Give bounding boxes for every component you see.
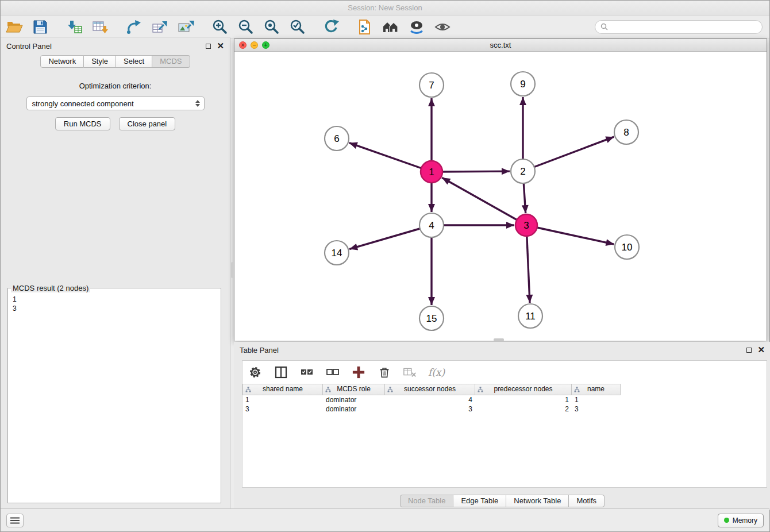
function-builder-button[interactable]: f(x)	[428, 367, 445, 378]
table-cell: 1	[242, 395, 323, 404]
menu-list-button[interactable]	[6, 514, 24, 527]
window-title: Session: New Session	[348, 3, 422, 12]
criterion-dropdown[interactable]: strongly connected component	[26, 97, 205, 110]
graph-edge-3-10[interactable]	[526, 225, 614, 244]
document-share-button[interactable]	[356, 18, 374, 36]
graph-node-1[interactable]: 1	[421, 161, 442, 183]
graph-edge-3-1[interactable]	[442, 178, 526, 225]
tab-style[interactable]: Style	[84, 55, 116, 68]
tab-select[interactable]: Select	[116, 55, 152, 68]
network-window-titlebar[interactable]: × – + scc.txt	[234, 39, 767, 52]
memory-button[interactable]: Memory	[718, 514, 764, 527]
tab-edge-table[interactable]: Edge Table	[453, 495, 506, 507]
refresh-button[interactable]	[322, 18, 340, 36]
tab-mcds[interactable]: MCDS	[152, 55, 190, 68]
graph-node-15[interactable]: 15	[419, 306, 444, 330]
column-header-name[interactable]: name	[572, 384, 621, 395]
show-columns-button[interactable]	[273, 364, 289, 380]
delete-table-button[interactable]	[402, 364, 418, 380]
zoom-fit-icon	[263, 18, 280, 36]
graph-edge-1-6[interactable]	[349, 143, 432, 172]
graph-edge-4-14[interactable]	[349, 225, 432, 249]
close-panel-button[interactable]: Close panel	[119, 117, 176, 130]
network-canvas[interactable]: 7968124314101511	[234, 52, 767, 341]
float-table-panel-icon[interactable]	[746, 348, 752, 353]
mcds-result-box: MCDS result (2 nodes) 13	[7, 284, 221, 503]
import-network-button[interactable]	[65, 18, 83, 36]
delete-column-button[interactable]	[376, 364, 392, 380]
table-header-row: shared nameMCDS rolesuccessor nodesprede…	[242, 384, 621, 395]
column-header-predecessor-nodes[interactable]: predecessor nodes	[475, 384, 572, 395]
maximize-window-icon[interactable]: +	[262, 41, 270, 49]
graph-node-3[interactable]: 3	[515, 214, 537, 236]
graph-node-14[interactable]: 14	[325, 241, 349, 265]
control-panel-header: Control Panel ✕	[1, 38, 230, 54]
export-table-icon	[151, 19, 168, 35]
network-graph[interactable]: 7968124314101511	[234, 52, 767, 340]
graph-node-label: 10	[622, 242, 633, 253]
export-image-button[interactable]	[176, 18, 195, 36]
horizontal-scrollbar[interactable]	[494, 338, 504, 341]
eye-button[interactable]	[433, 18, 452, 36]
graph-node-4[interactable]: 4	[419, 213, 444, 237]
graph-node-11[interactable]: 11	[518, 304, 542, 328]
graph-edge-3-11[interactable]	[526, 225, 530, 303]
close-window-icon[interactable]: ×	[239, 41, 247, 49]
zoom-selected-button[interactable]	[288, 18, 306, 36]
zoom-in-button[interactable]	[210, 18, 229, 36]
column-header-MCDS-role[interactable]: MCDS role	[323, 384, 385, 395]
graph-edge-1-2[interactable]	[432, 171, 510, 172]
tab-network[interactable]: Network	[40, 55, 84, 68]
table-cell: 4	[385, 395, 475, 404]
graph-node-label: 14	[332, 248, 342, 259]
select-all-icon	[299, 365, 314, 380]
panel-splitter-handle[interactable]	[231, 262, 233, 278]
import-table-button[interactable]	[91, 18, 109, 36]
close-panel-icon[interactable]: ✕	[217, 43, 224, 49]
select-all-button[interactable]	[299, 364, 315, 380]
import-network-icon	[66, 19, 83, 35]
search-input[interactable]	[611, 23, 757, 31]
zoom-fit-button[interactable]	[262, 18, 280, 36]
graph-node-6[interactable]: 6	[325, 126, 349, 151]
graph-node-label: 8	[623, 127, 629, 138]
run-mcds-button[interactable]: Run MCDS	[55, 117, 110, 130]
zoom-out-button[interactable]	[236, 18, 255, 36]
result-line: 3	[13, 304, 216, 313]
graph-node-9[interactable]: 9	[511, 72, 535, 96]
graph-node-7[interactable]: 7	[419, 73, 444, 97]
graph-node-2[interactable]: 2	[511, 159, 535, 183]
table-cell: 1	[572, 395, 621, 404]
column-header-shared-name[interactable]: shared name	[242, 384, 323, 395]
homes-button[interactable]	[382, 18, 400, 36]
add-column-button[interactable]	[351, 364, 367, 380]
eye-icon	[434, 19, 451, 35]
network-arrows-button[interactable]	[125, 18, 143, 36]
graph-node-8[interactable]: 8	[614, 120, 638, 144]
deselect-all-button[interactable]	[325, 364, 341, 380]
tab-network-table[interactable]: Network Table	[506, 495, 569, 507]
save-session-button[interactable]	[31, 18, 49, 36]
minimize-window-icon[interactable]: –	[251, 41, 258, 49]
table-panel-header: Table Panel ✕	[234, 342, 770, 358]
float-panel-icon[interactable]	[206, 44, 211, 49]
close-table-panel-icon[interactable]: ✕	[757, 346, 765, 353]
table-settings-button[interactable]	[247, 364, 263, 380]
table-row[interactable]: 1dominator411	[242, 395, 767, 404]
column-header-successor-nodes[interactable]: successor nodes	[385, 384, 475, 395]
tab-node-table[interactable]: Node Table	[400, 495, 454, 507]
result-line: 1	[13, 295, 216, 304]
style-brush-button[interactable]	[407, 18, 426, 36]
graph-node-10[interactable]: 10	[615, 235, 639, 259]
open-session-button[interactable]	[5, 18, 24, 36]
mcds-result-list[interactable]: 13	[8, 292, 221, 315]
table-tabs: Node Table Edge Table Network Table Moti…	[234, 495, 770, 507]
search-field[interactable]	[595, 20, 763, 34]
graph-node-label: 1	[429, 167, 434, 178]
export-table-button[interactable]	[151, 18, 169, 36]
table-row[interactable]: 3dominator323	[242, 404, 767, 414]
graph-edge-2-8[interactable]	[523, 137, 614, 171]
control-panel: Control Panel ✕ Network Style Select MCD…	[1, 37, 230, 510]
table-cell: dominator	[323, 395, 385, 404]
tab-motifs[interactable]: Motifs	[569, 495, 605, 507]
